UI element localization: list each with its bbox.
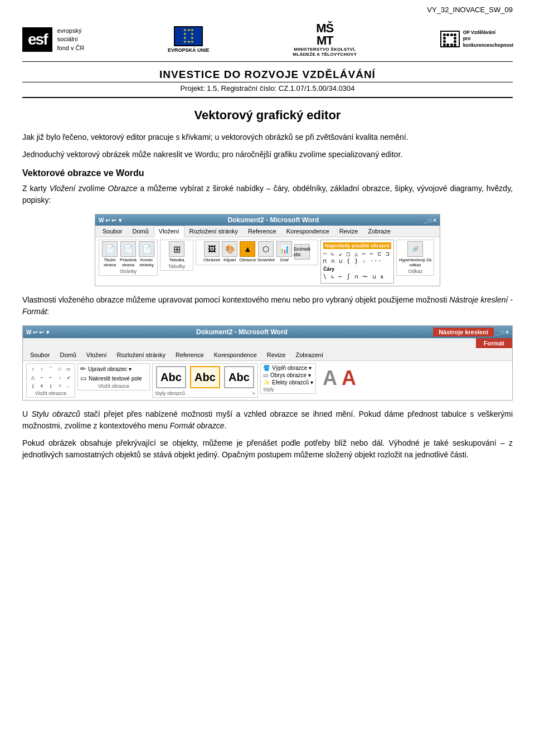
btn-prazdna[interactable]: 📄 Prázdnástrana [120,241,137,267]
group-vlozit-label: Vložit obrazce [35,391,67,396]
section1-para: Z karty Vložení zvolíme Obrazce a můžeme… [22,183,513,206]
section-heading-1: Vektorové obrazce ve Wordu [22,168,513,178]
big-a-btn-1[interactable]: A [320,364,339,392]
option-efekty[interactable]: ✨ Efekty obrazců ▾ [263,379,313,386]
ribbon1-group-tabulky: ⊞ Tabulka Tabulky [160,240,193,271]
group-tabulky-label: Tabulky [168,264,186,269]
esf-logo: esf evropský sociální fond v ČR [22,27,84,52]
ribbon2-group-abc: Abc Abc Abc Styly obrazců ↘ [152,363,258,398]
shapes-row1b: ⊓ ∩ ∪ { } ☆ ··· [323,258,391,264]
eu-label: EVROPSKÁ UNIE [168,47,210,53]
tab-domu[interactable]: Domů [127,226,153,237]
page-title: Vektorový grafický editor [22,108,513,123]
shape-line2[interactable]: \ [38,365,46,373]
paragraph-4: U Stylu obrazců stačí přejet přes nabíze… [22,408,513,432]
shape-arrow-down[interactable]: ↓ [56,373,64,381]
shape-angle1[interactable]: ⌐ [38,373,46,381]
ribbon2-group-side: 🪣 Výplň obrazce ▾ ▭ Obrys obrazce ▾ ✨ Ef… [260,363,316,394]
big-a-btn-2[interactable]: A [339,364,358,392]
group-styly2-label: Styly [263,387,313,392]
konec-icon: 📄 [139,241,154,257]
ribbon2-tab-vlozeni[interactable]: Vložení [81,349,112,360]
abc-btn-2[interactable]: Abc [190,366,220,388]
tab-korespondence[interactable]: Korespondence [281,226,334,237]
op-dots-box [440,31,460,47]
shape-line1[interactable]: / [29,365,37,373]
side-options: 🪣 Výplň obrazce ▾ ▭ Obrys obrazce ▾ ✨ Ef… [263,365,313,386]
paragraph-2: Jednoduchý vektorový obrázek může nakres… [22,149,513,160]
btn-nakreslit[interactable]: ▭ Nakreslit textové pole [80,374,147,382]
msmt-icon: MŠMT [316,22,333,47]
vyplne-icon: 🪣 [263,365,270,371]
shape-round-rect[interactable]: ▭ [65,365,72,373]
efekty-icon: ✨ [263,379,270,386]
option-obrys[interactable]: ▭ Obrys obrazce ▾ [263,372,313,378]
ribbon2-tab-revize[interactable]: Revize [262,349,291,360]
document-code: VY_32_INOVACE_SW_09 [22,0,513,17]
ribbon2-tabs: Soubor Domů Vložení Rozložení stránky Re… [23,349,512,361]
ribbon1: W ↩ ↩ ▼ Dokument2 - Microsoft Word _ □ ×… [95,214,440,286]
shape-tri[interactable]: △ [29,373,37,381]
ribbon2-tab-soubor[interactable]: Soubor [25,349,55,360]
format-tab[interactable]: Formát [476,338,512,349]
tab-vlozeni[interactable]: Vložení [154,226,184,237]
shape-star[interactable]: ☆ [56,382,64,389]
ribbon2-tab-korespondence[interactable]: Korespondence [209,349,262,360]
btn-titulni[interactable]: 📄 Titulnístrana [101,241,118,267]
tab-revize[interactable]: Revize [334,226,363,237]
btn-obrazek[interactable]: 🖼 Obrázek [203,241,220,262]
ribbon2-tab-reference[interactable]: Reference [171,349,209,360]
btn-obrazce[interactable]: ▲ Obrazce [239,241,256,262]
shape-arrow2[interactable]: ↙ [65,373,72,381]
msmt-line1: MINISTERSTVO ŠKOLSTVÍ, [294,47,356,52]
ribbon2-body: / \ ⌒ □ ▭ △ ⌐ ⌐ ↓ ↙ { ∧ [23,361,512,400]
prazdna-icon: 📄 [120,241,136,257]
ribbon1-body: 📄 Titulnístrana 📄 Prázdnástrana 📄 Konecs… [95,237,440,286]
shape-angle2[interactable]: ⌐ [47,373,55,381]
tab-soubor[interactable]: Soubor [98,226,127,237]
cary-label: Čáry [323,266,391,272]
obrazek-icon: 🖼 [204,241,220,257]
abc-btn-1[interactable]: Abc [156,366,186,388]
upravit-icon: ✏ [80,365,86,373]
shape-arc[interactable]: ⌒ [47,365,55,373]
btn-graf[interactable]: 📊 Graf [276,241,293,262]
hypertextovy-icon: 🔗 [407,241,423,257]
esf-abbr: esf [22,27,52,52]
ribbon2-tab-rozlozeni[interactable]: Rozložení stránky [112,349,171,360]
btn-upravit[interactable]: ✏ Upravit obrazec ▾ [80,365,147,373]
group-odkaz-label: Odkaz [408,269,422,274]
shape-rect[interactable]: □ [56,365,64,373]
shapes-grid: / \ ⌒ □ ▭ △ ⌐ ⌐ ↓ ↙ { ∧ [29,365,72,389]
ribbon1-tabs: Soubor Domů Vložení Rozložení stránky Re… [95,226,440,237]
shapes-dropdown: Naposledy použité obrazce ⌒ ∟ ↙ □ △ ⌐ ⌐ … [320,240,394,284]
tab-reference[interactable]: Reference [243,226,281,237]
projekt-info: Projekt: 1.5, Registrační číslo: CZ.1.07… [22,82,513,98]
group-stranky-label: Stránky [120,269,137,274]
tab-zobrazeni[interactable]: Zobraze [363,226,395,237]
ribbon2-tab-domu[interactable]: Domů [55,349,81,360]
ribbon1-group-ilustrace: 🖼 Obrázek 🎨 Klipart ▲ Obrazce ⬡ SmartArt [196,240,318,265]
shape-more[interactable]: … [65,382,72,389]
btn-smartart[interactable]: ⬡ SmartArt [257,241,275,262]
shape-curly2[interactable]: ∧ [38,382,46,389]
snimek-icon: Snímekobr. [294,244,310,260]
shape-curly3[interactable]: } [47,382,55,389]
tab-rozlozeni[interactable]: Rozložení stránky [184,226,243,237]
btn-snimel[interactable]: Snímekobr. [294,244,310,260]
esf-text: evropský sociální fond v ČR [57,27,84,52]
ribbon2-container: W ↩ ↩ ▼ Dokument2 - Microsoft Word Nástr… [22,325,513,401]
btn-konec[interactable]: 📄 Konecstránky [138,241,155,267]
btn-klipart[interactable]: 🎨 Klipart [221,241,238,262]
ribbon2-group-edit: ✏ Upravit obrazec ▾ ▭ Nakreslit textové … [77,363,150,391]
ribbon2-tab-zobrazeni[interactable]: Zobrazení [290,349,328,360]
abc-btn-3[interactable]: Abc [224,366,254,388]
btn-hypertextovy[interactable]: 🔗 Hypertextový Záodkaz [399,241,431,267]
btn-tabulka[interactable]: ⊞ Tabulka [168,241,185,262]
shapes-label: Naposledy použité obrazce [323,242,391,249]
eu-logo: EVROPSKÁ UNIE [168,26,210,53]
option-vyplne[interactable]: 🪣 Výplň obrazce ▾ [263,365,313,371]
group-edit-label: Vložit obrazce [98,383,130,389]
ribbon2-titlebar: W ↩ ↩ ▼ Dokument2 - Microsoft Word Nástr… [23,326,512,338]
shape-curly[interactable]: { [29,382,37,389]
